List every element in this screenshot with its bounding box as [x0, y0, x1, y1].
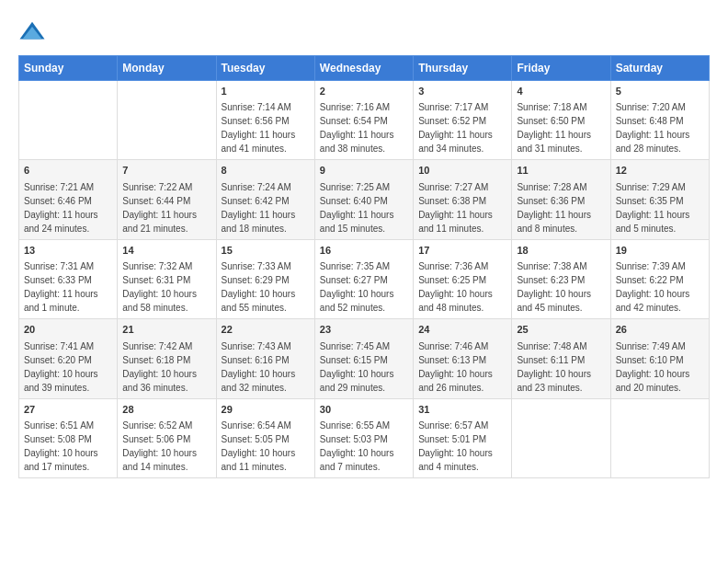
calendar-cell [19, 81, 118, 160]
calendar-cell: 3Sunrise: 7:17 AM Sunset: 6:52 PM Daylig… [414, 81, 512, 160]
calendar-cell: 22Sunrise: 7:43 AM Sunset: 6:16 PM Dayli… [216, 319, 314, 398]
day-info: Sunrise: 7:20 AM Sunset: 6:48 PM Dayligh… [616, 102, 690, 154]
day-info: Sunrise: 7:41 AM Sunset: 6:20 PM Dayligh… [24, 341, 98, 393]
day-info: Sunrise: 7:45 AM Sunset: 6:15 PM Dayligh… [320, 341, 394, 393]
calendar-cell: 24Sunrise: 7:46 AM Sunset: 6:13 PM Dayli… [414, 319, 512, 398]
calendar-week-row: 1Sunrise: 7:14 AM Sunset: 6:56 PM Daylig… [19, 81, 710, 160]
calendar-table: Sunday Monday Tuesday Wednesday Thursday… [18, 55, 710, 478]
day-info: Sunrise: 7:46 AM Sunset: 6:13 PM Dayligh… [418, 341, 493, 393]
day-number: 15 [222, 244, 310, 258]
calendar-cell: 28Sunrise: 6:52 AM Sunset: 5:06 PM Dayli… [118, 398, 216, 477]
calendar-cell: 27Sunrise: 6:51 AM Sunset: 5:08 PM Dayli… [19, 398, 118, 477]
day-info: Sunrise: 7:14 AM Sunset: 6:56 PM Dayligh… [222, 102, 296, 154]
calendar-cell: 26Sunrise: 7:49 AM Sunset: 6:10 PM Dayli… [610, 319, 709, 398]
calendar-cell: 29Sunrise: 6:54 AM Sunset: 5:05 PM Dayli… [216, 398, 314, 477]
calendar-cell: 14Sunrise: 7:32 AM Sunset: 6:31 PM Dayli… [118, 239, 216, 318]
day-info: Sunrise: 7:29 AM Sunset: 6:35 PM Dayligh… [616, 182, 690, 234]
day-info: Sunrise: 7:27 AM Sunset: 6:38 PM Dayligh… [418, 182, 493, 234]
day-number: 31 [418, 403, 506, 417]
calendar-cell: 10Sunrise: 7:27 AM Sunset: 6:38 PM Dayli… [414, 160, 512, 239]
calendar-cell: 15Sunrise: 7:33 AM Sunset: 6:29 PM Dayli… [216, 239, 314, 318]
calendar-cell: 2Sunrise: 7:16 AM Sunset: 6:54 PM Daylig… [314, 81, 413, 160]
day-number: 4 [517, 85, 605, 98]
day-number: 17 [418, 244, 506, 258]
calendar-cell: 20Sunrise: 7:41 AM Sunset: 6:20 PM Dayli… [19, 319, 118, 398]
calendar-cell: 7Sunrise: 7:22 AM Sunset: 6:44 PM Daylig… [118, 160, 216, 239]
day-number: 12 [616, 164, 704, 178]
day-number: 14 [122, 244, 210, 258]
day-number: 26 [616, 323, 704, 337]
col-sunday: Sunday [19, 56, 118, 81]
calendar-week-row: 27Sunrise: 6:51 AM Sunset: 5:08 PM Dayli… [19, 398, 710, 477]
day-info: Sunrise: 7:18 AM Sunset: 6:50 PM Dayligh… [517, 102, 591, 154]
day-info: Sunrise: 7:25 AM Sunset: 6:40 PM Dayligh… [320, 182, 394, 234]
day-info: Sunrise: 7:36 AM Sunset: 6:25 PM Dayligh… [418, 261, 493, 313]
col-saturday: Saturday [610, 56, 709, 81]
day-number: 5 [616, 85, 704, 98]
col-monday: Monday [118, 56, 216, 81]
day-number: 6 [24, 164, 112, 178]
calendar-week-row: 6Sunrise: 7:21 AM Sunset: 6:46 PM Daylig… [19, 160, 710, 239]
day-number: 2 [320, 85, 408, 98]
day-number: 13 [24, 244, 112, 258]
calendar-cell: 4Sunrise: 7:18 AM Sunset: 6:50 PM Daylig… [512, 81, 610, 160]
col-thursday: Thursday [414, 56, 512, 81]
calendar-cell: 12Sunrise: 7:29 AM Sunset: 6:35 PM Dayli… [610, 160, 709, 239]
calendar-cell: 31Sunrise: 6:57 AM Sunset: 5:01 PM Dayli… [414, 398, 512, 477]
day-info: Sunrise: 7:17 AM Sunset: 6:52 PM Dayligh… [418, 102, 493, 154]
day-number: 27 [24, 403, 112, 417]
calendar-body: 1Sunrise: 7:14 AM Sunset: 6:56 PM Daylig… [19, 81, 710, 478]
day-number: 24 [418, 323, 506, 337]
day-info: Sunrise: 7:16 AM Sunset: 6:54 PM Dayligh… [320, 102, 394, 154]
day-info: Sunrise: 7:32 AM Sunset: 6:31 PM Dayligh… [122, 261, 197, 313]
day-number: 19 [616, 244, 704, 258]
day-info: Sunrise: 7:28 AM Sunset: 6:36 PM Dayligh… [517, 182, 591, 234]
header-row: Sunday Monday Tuesday Wednesday Thursday… [19, 56, 710, 81]
logo [18, 18, 50, 46]
day-number: 29 [222, 403, 310, 417]
calendar-cell: 17Sunrise: 7:36 AM Sunset: 6:25 PM Dayli… [414, 239, 512, 318]
calendar-cell: 6Sunrise: 7:21 AM Sunset: 6:46 PM Daylig… [19, 160, 118, 239]
day-info: Sunrise: 7:38 AM Sunset: 6:23 PM Dayligh… [517, 261, 591, 313]
calendar-cell: 1Sunrise: 7:14 AM Sunset: 6:56 PM Daylig… [216, 81, 314, 160]
calendar-cell: 18Sunrise: 7:38 AM Sunset: 6:23 PM Dayli… [512, 239, 610, 318]
day-info: Sunrise: 7:31 AM Sunset: 6:33 PM Dayligh… [24, 261, 98, 313]
day-info: Sunrise: 6:55 AM Sunset: 5:03 PM Dayligh… [320, 420, 394, 472]
day-number: 20 [24, 323, 112, 337]
day-info: Sunrise: 7:33 AM Sunset: 6:29 PM Dayligh… [222, 261, 296, 313]
page-header [18, 18, 710, 46]
calendar-week-row: 20Sunrise: 7:41 AM Sunset: 6:20 PM Dayli… [19, 319, 710, 398]
day-number: 21 [122, 323, 210, 337]
day-number: 22 [222, 323, 310, 337]
day-info: Sunrise: 6:54 AM Sunset: 5:05 PM Dayligh… [222, 420, 296, 472]
calendar-cell: 23Sunrise: 7:45 AM Sunset: 6:15 PM Dayli… [314, 319, 413, 398]
day-info: Sunrise: 7:35 AM Sunset: 6:27 PM Dayligh… [320, 261, 394, 313]
day-info: Sunrise: 6:57 AM Sunset: 5:01 PM Dayligh… [418, 420, 493, 472]
calendar-cell: 21Sunrise: 7:42 AM Sunset: 6:18 PM Dayli… [118, 319, 216, 398]
calendar-cell [512, 398, 610, 477]
day-info: Sunrise: 7:22 AM Sunset: 6:44 PM Dayligh… [122, 182, 197, 234]
day-number: 16 [320, 244, 408, 258]
calendar-cell: 25Sunrise: 7:48 AM Sunset: 6:11 PM Dayli… [512, 319, 610, 398]
day-number: 11 [517, 164, 605, 178]
day-info: Sunrise: 7:39 AM Sunset: 6:22 PM Dayligh… [616, 261, 690, 313]
calendar-cell: 30Sunrise: 6:55 AM Sunset: 5:03 PM Dayli… [314, 398, 413, 477]
day-number: 23 [320, 323, 408, 337]
day-number: 7 [122, 164, 210, 178]
day-number: 25 [517, 323, 605, 337]
day-number: 28 [122, 403, 210, 417]
day-info: Sunrise: 7:49 AM Sunset: 6:10 PM Dayligh… [616, 341, 690, 393]
col-tuesday: Tuesday [216, 56, 314, 81]
calendar-cell: 11Sunrise: 7:28 AM Sunset: 6:36 PM Dayli… [512, 160, 610, 239]
calendar-cell: 19Sunrise: 7:39 AM Sunset: 6:22 PM Dayli… [610, 239, 709, 318]
calendar-header: Sunday Monday Tuesday Wednesday Thursday… [19, 56, 710, 81]
day-number: 3 [418, 85, 506, 98]
col-wednesday: Wednesday [314, 56, 413, 81]
day-info: Sunrise: 7:48 AM Sunset: 6:11 PM Dayligh… [517, 341, 591, 393]
day-number: 8 [222, 164, 310, 178]
day-number: 30 [320, 403, 408, 417]
calendar-cell [118, 81, 216, 160]
day-info: Sunrise: 7:42 AM Sunset: 6:18 PM Dayligh… [122, 341, 197, 393]
day-number: 1 [222, 85, 310, 98]
day-info: Sunrise: 6:52 AM Sunset: 5:06 PM Dayligh… [122, 420, 197, 472]
